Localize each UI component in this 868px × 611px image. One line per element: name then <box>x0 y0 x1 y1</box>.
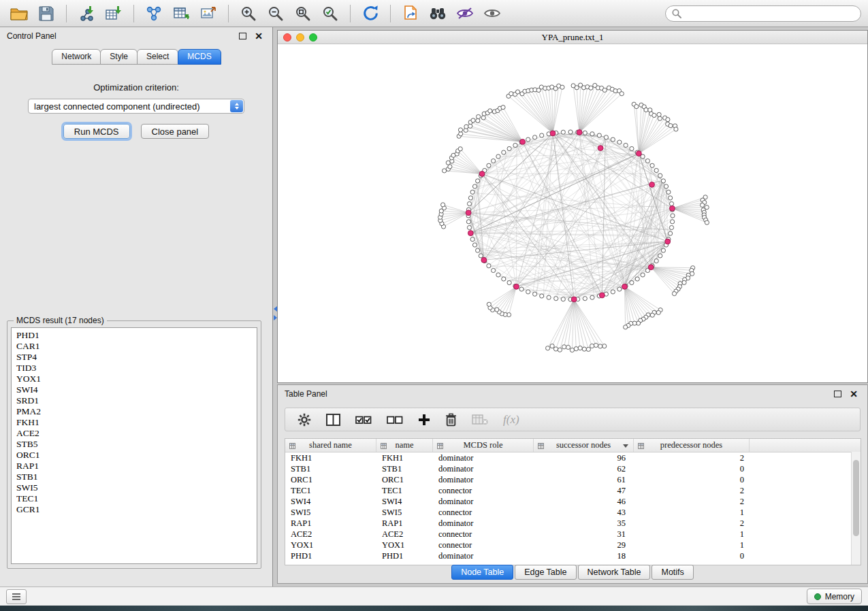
result-node-item[interactable]: TEC1 <box>12 493 257 504</box>
table-row[interactable]: SWI4SWI4dominator462 <box>285 496 861 507</box>
deselect-all-rows-button[interactable] <box>387 414 403 425</box>
optimization-criterion-select[interactable]: largest connected component (undirected) <box>28 99 244 114</box>
tab-mcds[interactable]: MCDS <box>178 49 221 65</box>
column-header-shared-name[interactable]: shared name <box>285 439 376 452</box>
result-node-item[interactable]: STP4 <box>12 352 257 363</box>
search-network-button[interactable] <box>425 3 450 24</box>
result-node-item[interactable]: PMA2 <box>12 406 257 417</box>
close-window-button[interactable] <box>283 33 291 42</box>
network-search-box[interactable] <box>665 5 861 22</box>
maximize-window-button[interactable] <box>309 33 317 42</box>
result-node-item[interactable]: PHD1 <box>12 330 257 341</box>
network-view-title: YPA_prune.txt_1 <box>278 32 867 43</box>
close-panel-action-button[interactable]: Close panel <box>141 124 210 139</box>
table-cell: RAP1 <box>285 518 376 529</box>
table-cell: 61 <box>534 475 634 485</box>
table-row[interactable]: FKH1FKH1dominator962 <box>285 452 861 463</box>
import-table-button[interactable] <box>101 3 126 24</box>
table-row[interactable]: PHD1PHD1dominator180 <box>285 550 861 561</box>
delete-column-button[interactable] <box>445 413 457 427</box>
tab-edge-table[interactable]: Edge Table <box>515 565 576 580</box>
refresh-view-button[interactable] <box>358 3 383 24</box>
tab-style[interactable]: Style <box>100 49 138 65</box>
column-visibility-button[interactable] <box>326 414 340 426</box>
table-cell: 1 <box>634 540 750 550</box>
table-row[interactable]: STB1STB1dominator620 <box>285 463 861 474</box>
tab-select[interactable]: Select <box>137 49 178 65</box>
table-row[interactable]: RAP1RAP1dominator352 <box>285 518 861 529</box>
network-graph[interactable] <box>278 44 867 383</box>
node-table: shared name name MCDS role successor nod… <box>285 438 861 565</box>
result-node-item[interactable]: TID3 <box>12 363 257 374</box>
search-input[interactable] <box>686 8 854 19</box>
network-view-window: YPA_prune.txt_1 <box>277 30 868 383</box>
scrollbar-thumb[interactable] <box>853 460 859 536</box>
result-node-item[interactable]: YOX1 <box>12 374 257 384</box>
result-node-item[interactable]: STB5 <box>12 439 257 450</box>
open-folder-icon <box>10 6 28 21</box>
network-window-titlebar[interactable]: YPA_prune.txt_1 <box>278 31 867 44</box>
mcds-result-list[interactable]: PHD1CAR1STP4TID3YOX1SWI4SRD1PMA2FKH1ACE2… <box>11 327 257 564</box>
add-column-button[interactable] <box>418 414 430 426</box>
table-vertical-scrollbar[interactable] <box>851 452 861 565</box>
function-builder-button[interactable]: f(x) <box>503 413 519 427</box>
run-mcds-button[interactable]: Run MCDS <box>63 124 130 139</box>
memory-button[interactable]: Memory <box>807 589 862 604</box>
column-header-name[interactable]: name <box>376 439 433 452</box>
tab-network[interactable]: Network <box>52 49 101 65</box>
network-canvas[interactable] <box>278 44 867 383</box>
tab-node-table[interactable]: Node Table <box>451 565 513 580</box>
float-panel-button[interactable] <box>239 33 246 39</box>
new-table-button[interactable] <box>169 3 193 24</box>
tab-network-table[interactable]: Network Table <box>578 565 651 580</box>
table-cell: ACE2 <box>376 529 433 540</box>
import-network-button[interactable] <box>74 3 99 24</box>
eye-icon <box>483 7 501 20</box>
table-panel: Table Panel ✕ <box>277 384 868 584</box>
save-session-button[interactable] <box>34 3 59 24</box>
status-menu-button[interactable] <box>6 589 27 604</box>
column-header-successor-nodes[interactable]: successor nodes <box>534 439 634 452</box>
duplicate-network-button[interactable] <box>398 3 423 24</box>
column-header-predecessor-nodes[interactable]: predecessor nodes <box>634 439 750 452</box>
tab-motifs[interactable]: Motifs <box>652 565 693 580</box>
show-graphics-details-button[interactable] <box>480 3 504 24</box>
open-session-button[interactable] <box>7 3 31 24</box>
collapse-right-icon[interactable] <box>274 315 277 320</box>
result-node-item[interactable]: SRD1 <box>12 395 257 406</box>
collapse-left-icon[interactable] <box>274 306 277 312</box>
table-row[interactable]: SWI5SWI5connector431 <box>285 507 861 518</box>
table-row[interactable]: TEC1TEC1connector472 <box>285 485 861 496</box>
result-node-item[interactable]: STB1 <box>12 472 257 482</box>
close-table-panel-button[interactable]: ✕ <box>850 389 858 399</box>
toolbar-separator <box>390 5 391 22</box>
table-row[interactable]: YOX1YOX1connector291 <box>285 540 861 550</box>
zoom-fit-button[interactable] <box>291 3 315 24</box>
hide-graphics-details-button[interactable] <box>453 3 477 24</box>
minimize-window-button[interactable] <box>296 33 304 42</box>
table-row[interactable]: ORC1ORC1dominator610 <box>285 474 861 485</box>
float-table-panel-button[interactable] <box>834 391 841 397</box>
result-node-item[interactable]: ORC1 <box>12 450 257 461</box>
export-image-button[interactable] <box>196 3 221 24</box>
result-node-item[interactable]: GCR1 <box>12 504 257 515</box>
result-node-item[interactable]: ACE2 <box>12 428 257 439</box>
column-header-mcds-role[interactable]: MCDS role <box>433 439 534 452</box>
column-grid-icon <box>638 442 644 452</box>
table-settings-button[interactable] <box>298 413 311 427</box>
table-row[interactable]: ACE2ACE2connector311 <box>285 529 861 540</box>
result-node-item[interactable]: SWI5 <box>12 482 257 493</box>
new-network-button[interactable] <box>142 3 166 24</box>
close-panel-button[interactable]: ✕ <box>255 31 263 41</box>
zoom-out-button[interactable] <box>263 3 288 24</box>
table-cell: YOX1 <box>376 540 433 550</box>
result-node-item[interactable]: FKH1 <box>12 417 257 428</box>
table-cell: SWI5 <box>376 508 433 518</box>
result-node-item[interactable]: SWI4 <box>12 384 257 395</box>
result-node-item[interactable]: CAR1 <box>12 341 257 352</box>
select-all-rows-button[interactable] <box>355 414 372 425</box>
zoom-selected-button[interactable] <box>318 3 342 24</box>
table-cell: 35 <box>534 518 634 529</box>
result-node-item[interactable]: RAP1 <box>12 461 257 472</box>
zoom-in-button[interactable] <box>236 3 261 24</box>
